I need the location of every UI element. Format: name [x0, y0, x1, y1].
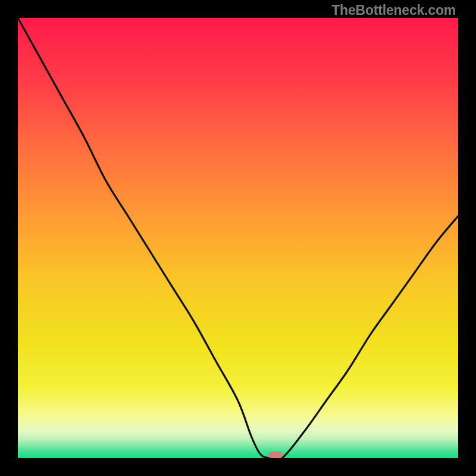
- bottleneck-chart: TheBottleneck.com: [0, 0, 476, 476]
- plot-area: [18, 18, 458, 458]
- bottleneck-curve: [18, 18, 458, 458]
- watermark-label: TheBottleneck.com: [331, 2, 456, 18]
- chart-border-left: [0, 0, 18, 476]
- optimal-marker: [268, 452, 283, 458]
- chart-border-bottom: [0, 458, 476, 476]
- chart-border-right: [458, 0, 476, 476]
